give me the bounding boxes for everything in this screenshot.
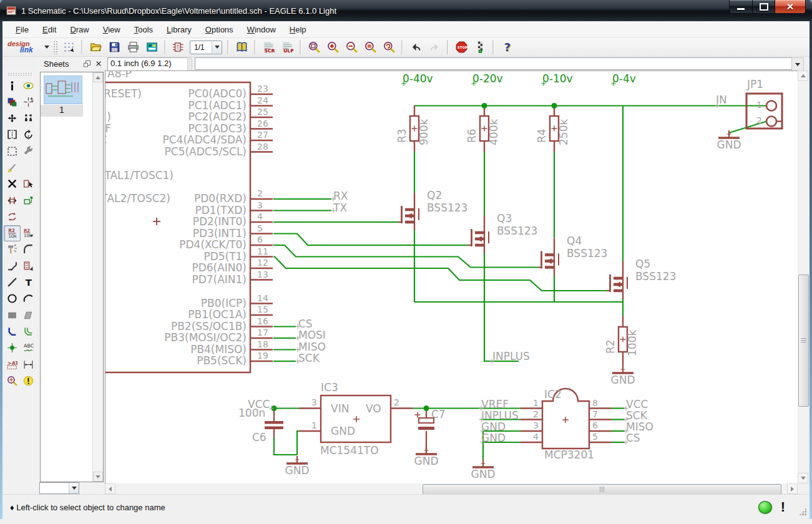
part-name[interactable]: JP1: [746, 78, 763, 90]
pin-number[interactable]: 12: [257, 258, 268, 268]
part-name[interactable]: R6: [466, 129, 478, 143]
mcu-pin-label[interactable]: ): [107, 110, 111, 123]
voltage-range-label[interactable]: 0-40v: [403, 72, 433, 85]
ic-pin-label[interactable]: VO: [366, 402, 381, 415]
junction-tool-button[interactable]: [4, 340, 21, 356]
pin-number[interactable]: 17: [257, 328, 268, 337]
circle-tool-button[interactable]: [4, 291, 21, 307]
pin-number[interactable]: 1: [311, 420, 317, 430]
gnd-label[interactable]: GND: [717, 138, 741, 151]
menu-window[interactable]: Window: [240, 22, 283, 37]
mark-tool-button[interactable]: [20, 94, 37, 110]
pin-number[interactable]: 25: [257, 107, 268, 117]
print-button[interactable]: [124, 39, 142, 56]
jp1-pin-1[interactable]: [766, 101, 776, 111]
part-value[interactable]: 100k: [626, 330, 638, 356]
zoomfit-button[interactable]: [305, 39, 323, 56]
mcu-pin-label[interactable]: (XTAL2/TOSC2): [105, 192, 170, 205]
pin-number[interactable]: 24: [257, 95, 268, 105]
schematic-canvas-area[interactable]: A8-P(/RESET))EFC(XTAL1/TOSC1)(XTAL2/TOSC…: [105, 70, 798, 483]
pin-number[interactable]: 26: [257, 119, 268, 129]
menu-edit[interactable]: Edit: [36, 22, 63, 37]
dimension-tool-button[interactable]: [20, 356, 37, 372]
panel-float-button[interactable]: [82, 59, 92, 69]
capacitor-plate[interactable]: [265, 427, 283, 430]
part-name[interactable]: Q4: [567, 235, 582, 247]
mcu-pin-label[interactable]: PD0(RXD): [194, 192, 247, 205]
rotate-tool-button[interactable]: [20, 127, 37, 143]
net-wire[interactable]: [274, 437, 297, 455]
net-wire[interactable]: [297, 431, 299, 455]
mcu-pin-label[interactable]: PB0(ICP): [201, 297, 247, 309]
schematic[interactable]: A8-P(/RESET))EFC(XTAL1/TOSC1)(XTAL2/TOSC…: [105, 71, 798, 483]
menu-help[interactable]: Help: [283, 22, 313, 37]
palette-grip[interactable]: [7, 72, 32, 76]
pin-number[interactable]: 7: [592, 409, 598, 419]
net-wire[interactable]: [273, 245, 538, 268]
mcu-pin-label[interactable]: PC3(ADC3): [188, 122, 247, 135]
titlebar[interactable]: 1 Schematic - C:\Users\Ruud\Dropbox\Eagl…: [0, 0, 812, 21]
sheet-selector-combo[interactable]: [39, 482, 79, 494]
cam-button[interactable]: [143, 39, 160, 56]
show-tool-button[interactable]: [20, 77, 37, 94]
mcu-pin-label[interactable]: PD4(XCK/T0): [179, 238, 247, 251]
pin-number[interactable]: 18: [257, 339, 268, 349]
part-value[interactable]: 250k: [557, 119, 570, 145]
pin-number[interactable]: 3: [257, 200, 263, 210]
net-label[interactable]: SCK: [626, 409, 648, 422]
board-button[interactable]: [170, 39, 187, 56]
part-value[interactable]: BSS123: [635, 270, 676, 283]
zoomin-button[interactable]: [324, 39, 341, 56]
stop-button[interactable]: [452, 39, 470, 56]
junction-dot[interactable]: [552, 103, 557, 109]
arc-tool-button[interactable]: [20, 291, 37, 307]
pin-number[interactable]: 4: [533, 432, 539, 442]
undo-button[interactable]: [407, 39, 424, 56]
scroll-up-button[interactable]: [798, 70, 808, 81]
part-name[interactable]: Q5: [635, 258, 650, 270]
menu-draw[interactable]: Draw: [63, 22, 95, 37]
mcu-pin-label[interactable]: PD7(AIN1): [192, 273, 247, 286]
mcu-pin-label[interactable]: PB2(SS/OC1B): [171, 320, 247, 332]
net-label[interactable]: CS: [298, 318, 313, 330]
capacitor-plate[interactable]: [418, 427, 434, 430]
mcu-pin-label[interactable]: PB1(OC1A): [188, 308, 247, 321]
ic-pin-label[interactable]: VIN: [331, 402, 349, 415]
net-label[interactable]: MISO: [298, 341, 326, 353]
info-tool-button[interactable]: [4, 77, 21, 94]
redo-button[interactable]: [426, 39, 443, 56]
mcu-pin-label[interactable]: PC5(ADC5/SCL): [165, 145, 247, 158]
pin-number[interactable]: 13: [257, 269, 268, 279]
mcu-pin-label[interactable]: PC0(ADC0): [188, 87, 247, 100]
part-value[interactable]: 900k: [418, 119, 430, 145]
ic-pin-label[interactable]: GND: [331, 425, 355, 437]
mcu-pin-label[interactable]: PC1(ADC1): [188, 99, 247, 112]
pin-number[interactable]: 11: [257, 246, 268, 256]
pin-number[interactable]: 2: [533, 409, 539, 419]
gnd-label[interactable]: GND: [471, 468, 496, 480]
part-value[interactable]: 400k: [487, 119, 500, 145]
net-label[interactable]: IN: [716, 94, 727, 106]
part-name[interactable]: R3: [396, 129, 408, 143]
mcu-pin-label[interactable]: PD2(INT0): [193, 215, 247, 228]
pin-number[interactable]: 2: [756, 115, 762, 125]
mcu-pin-label[interactable]: (XTAL1/TOSC1): [105, 169, 174, 182]
help-button[interactable]: [498, 39, 516, 56]
net-label[interactable]: C7: [431, 408, 446, 420]
capacitor-plate[interactable]: [265, 421, 283, 424]
part-name[interactable]: R4: [536, 129, 548, 143]
menu-tools[interactable]: Tools: [127, 22, 160, 37]
errors-indicator-icon[interactable]: !: [781, 499, 785, 515]
replace-tool-button[interactable]: [20, 192, 37, 208]
net-label[interactable]: GND: [481, 420, 506, 433]
pin-number[interactable]: 5: [257, 223, 263, 233]
pin-number[interactable]: 2: [257, 188, 263, 198]
mcu-pin-label[interactable]: PB3(MOSI/OC2): [164, 331, 247, 344]
command-history-dropdown[interactable]: [791, 57, 804, 71]
mcu-pin-label[interactable]: EF: [105, 122, 111, 135]
pin-number[interactable]: 5: [592, 432, 598, 442]
menu-view[interactable]: View: [96, 22, 127, 37]
mcu-pin-label[interactable]: C: [105, 133, 107, 146]
net-label[interactable]: 100n: [238, 407, 265, 419]
miter-tool-button[interactable]: [20, 241, 37, 258]
